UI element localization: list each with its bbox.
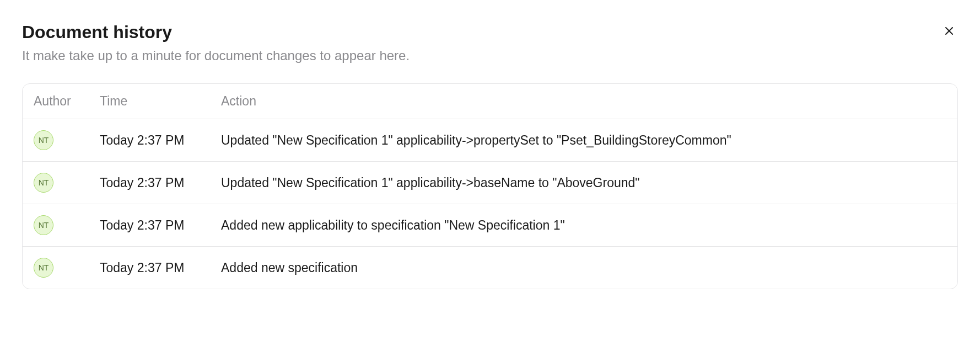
table-row: NT Today 2:37 PM Updated "New Specificat… bbox=[23, 119, 957, 162]
table-header: Author Time Action bbox=[23, 84, 957, 119]
page-title: Document history bbox=[22, 22, 410, 42]
avatar: NT bbox=[34, 173, 53, 193]
page-subtitle: It make take up to a minute for document… bbox=[22, 48, 410, 63]
author-cell: NT bbox=[34, 173, 100, 193]
close-icon bbox=[943, 24, 956, 38]
column-header-action: Action bbox=[221, 94, 946, 109]
close-button[interactable] bbox=[940, 22, 958, 40]
column-header-time: Time bbox=[100, 94, 221, 109]
table-row: NT Today 2:37 PM Added new applicability… bbox=[23, 204, 957, 247]
author-cell: NT bbox=[34, 258, 100, 278]
column-header-author: Author bbox=[34, 94, 100, 109]
time-cell: Today 2:37 PM bbox=[100, 133, 221, 148]
avatar: NT bbox=[34, 215, 53, 235]
history-table: Author Time Action NT Today 2:37 PM Upda… bbox=[22, 83, 958, 289]
author-cell: NT bbox=[34, 215, 100, 235]
time-cell: Today 2:37 PM bbox=[100, 261, 221, 275]
action-cell: Added new specification bbox=[221, 261, 946, 275]
table-row: NT Today 2:37 PM Added new specification bbox=[23, 247, 957, 289]
header-row: Document history It make take up to a mi… bbox=[22, 22, 958, 83]
author-cell: NT bbox=[34, 130, 100, 150]
header-text: Document history It make take up to a mi… bbox=[22, 22, 410, 83]
avatar: NT bbox=[34, 258, 53, 278]
action-cell: Updated "New Specification 1" applicabil… bbox=[221, 133, 946, 148]
avatar: NT bbox=[34, 130, 53, 150]
table-row: NT Today 2:37 PM Updated "New Specificat… bbox=[23, 162, 957, 204]
action-cell: Updated "New Specification 1" applicabil… bbox=[221, 176, 946, 190]
time-cell: Today 2:37 PM bbox=[100, 218, 221, 233]
action-cell: Added new applicability to specification… bbox=[221, 218, 946, 233]
time-cell: Today 2:37 PM bbox=[100, 176, 221, 190]
